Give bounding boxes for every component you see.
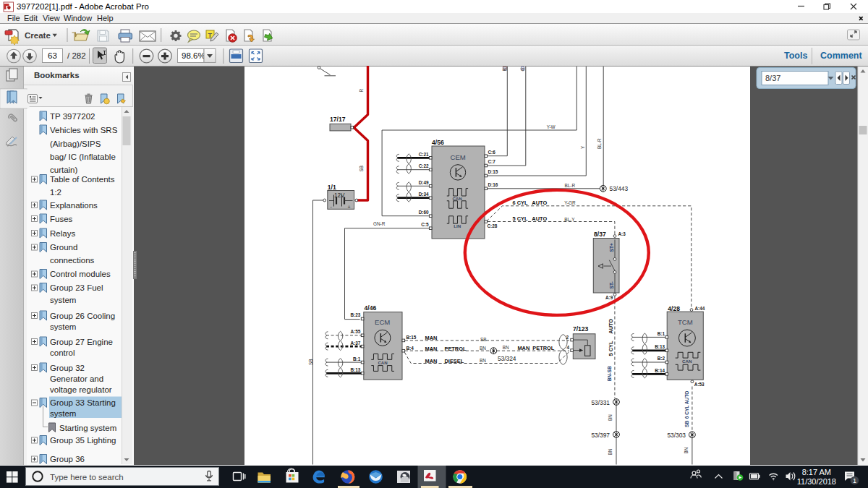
svg-text:11/30/2018: 11/30/2018 [797, 477, 836, 486]
svg-text:4/56: 4/56 [432, 139, 444, 146]
svg-text:A:9: A:9 [605, 295, 613, 300]
svg-text:DIESEL: DIESEL [445, 358, 464, 364]
svg-text:6 CYL AUTO: 6 CYL AUTO [513, 200, 548, 206]
svg-text:53/443: 53/443 [610, 185, 629, 192]
svg-text:Type here to search: Type here to search [50, 473, 124, 481]
svg-text:ST+: ST+ [609, 243, 614, 252]
svg-text:D:15: D:15 [488, 169, 498, 174]
svg-text:SB: SB [684, 421, 689, 427]
svg-text:SB: SB [480, 337, 487, 342]
svg-text:A:37: A:37 [350, 341, 360, 346]
svg-text:B:1: B:1 [353, 356, 361, 361]
svg-text:SB: SB [308, 359, 313, 365]
svg-text:BN: BN [684, 447, 689, 453]
svg-text:MAN: MAN [425, 335, 438, 341]
svg-text:C:5: C:5 [421, 222, 429, 227]
svg-text:Y-GR: Y-GR [564, 200, 576, 205]
svg-text:A:53: A:53 [694, 382, 705, 387]
svg-text:5 CYL AUTO: 5 CYL AUTO [513, 215, 548, 222]
svg-text:B:13: B:13 [655, 344, 665, 349]
svg-text:C:22: C:22 [419, 163, 429, 168]
svg-text:53/397: 53/397 [591, 432, 610, 439]
svg-text:8/37: 8/37 [594, 231, 606, 238]
svg-text:LIN: LIN [454, 223, 461, 228]
svg-text:R: R [359, 89, 364, 93]
svg-text:17/17: 17/17 [330, 116, 346, 123]
svg-text:53/303: 53/303 [667, 432, 686, 439]
svg-text:B:15: B:15 [406, 335, 416, 340]
svg-text:53/324: 53/324 [498, 355, 516, 362]
svg-text:BN: BN [480, 346, 486, 351]
svg-text:4/46: 4/46 [365, 304, 377, 312]
svg-text:TCM: TCM [678, 318, 693, 326]
svg-text:PETROL: PETROL [445, 346, 467, 352]
svg-text:D:16: D:16 [488, 182, 498, 187]
svg-text:+: + [348, 205, 351, 210]
svg-text:B:1: B:1 [658, 331, 665, 336]
svg-text:ECM: ECM [375, 318, 390, 326]
svg-text:BN: BN [608, 448, 613, 455]
svg-text:B:2: B:2 [658, 356, 665, 361]
svg-text:4/28: 4/28 [668, 305, 680, 312]
svg-text:BL-R: BL-R [565, 183, 576, 188]
svg-text:8/37: 8/37 [765, 74, 780, 82]
svg-text:4: 4 [567, 345, 570, 350]
svg-text:C:28: C:28 [488, 223, 498, 228]
svg-text:B:4: B:4 [406, 346, 414, 351]
svg-text:D:34: D:34 [419, 192, 429, 197]
svg-text:GN-R: GN-R [373, 221, 386, 226]
svg-text:CEM: CEM [451, 153, 466, 161]
svg-text:CAN: CAN [378, 360, 388, 365]
svg-text:7/123: 7/123 [573, 325, 589, 333]
svg-text:BL-R: BL-R [597, 138, 602, 149]
svg-text:B:13: B:13 [350, 367, 360, 372]
svg-text:ST-: ST- [609, 281, 614, 288]
svg-text:53/331: 53/331 [591, 399, 610, 406]
svg-text:BN-SB: BN-SB [607, 366, 612, 381]
svg-text:D:60: D:60 [419, 210, 429, 215]
svg-text:D:49: D:49 [419, 180, 429, 185]
svg-text:1: 1 [853, 477, 856, 484]
svg-text:G: G [520, 68, 525, 72]
svg-text:BN: BN [503, 345, 509, 350]
svg-text:C:6: C:6 [488, 150, 496, 155]
svg-text:5 CYL: 5 CYL [608, 341, 614, 356]
svg-text:CAN: CAN [682, 359, 692, 364]
svg-text:MAN PETROL: MAN PETROL [517, 345, 554, 351]
svg-text:B:14: B:14 [655, 368, 665, 373]
svg-text:AUTO: AUTO [608, 319, 614, 334]
svg-text:A:55: A:55 [350, 329, 360, 334]
svg-text:C:7: C:7 [488, 159, 496, 164]
svg-text:B:23: B:23 [350, 312, 360, 317]
svg-text:C:21: C:21 [419, 152, 429, 157]
svg-text:MAN: MAN [425, 358, 438, 364]
svg-text:6 CYL AUTO: 6 CYL AUTO [684, 391, 689, 419]
svg-text:SB: SB [359, 166, 364, 172]
svg-text:BN: BN [608, 414, 613, 421]
svg-text:BL-Y: BL-Y [564, 217, 575, 222]
svg-text:A:3: A:3 [618, 231, 626, 236]
svg-text:A:44: A:44 [695, 306, 705, 311]
svg-text:BN: BN [480, 358, 486, 363]
svg-text:Y-W: Y-W [547, 124, 556, 129]
svg-text:8:17 AM: 8:17 AM [802, 468, 831, 476]
svg-text:MAN: MAN [425, 346, 438, 352]
svg-text:CAN: CAN [452, 196, 462, 201]
svg-text:Y: Y [580, 145, 585, 149]
svg-text:2: 2 [566, 335, 569, 340]
svg-text:1/1: 1/1 [328, 184, 336, 191]
svg-text:B: B [502, 68, 507, 71]
